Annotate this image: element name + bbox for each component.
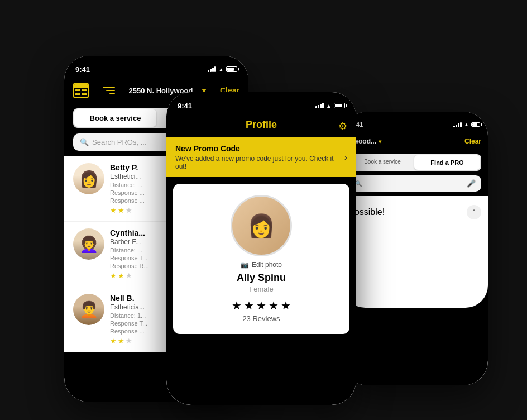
- search-placeholder: Search PROs, ...: [92, 138, 147, 146]
- phone-right-screen: 9:41 ▲ ywood... ▾ Clear: [343, 112, 488, 385]
- search-bar[interactable]: 🔍 🎤: [349, 175, 481, 192]
- battery-icon: [334, 103, 345, 108]
- chevron-down-icon: ▾: [379, 139, 381, 145]
- signal-bars-icon: [453, 122, 462, 127]
- mic-icon: 🎤: [467, 179, 476, 188]
- pro-name: Betty P.: [110, 163, 138, 172]
- profile-reviews: 23 Reviews: [242, 314, 280, 323]
- profile-gender: Female: [249, 285, 273, 293]
- star-1-icon: ★: [110, 206, 117, 214]
- profile-stars: ★ ★ ★ ★ ★: [232, 299, 291, 312]
- star-2-icon: ★: [118, 337, 124, 345]
- chevron-up-icon[interactable]: ⌃: [467, 205, 481, 219]
- phone-center-screen: 9:41 ▲ Profile ⚙ New Promo C: [166, 92, 356, 405]
- wifi-icon: ▲: [218, 66, 224, 73]
- phone-center-time: 9:41: [178, 102, 192, 110]
- profile-title: Profile: [246, 119, 277, 131]
- star-3-icon: ★: [126, 337, 132, 345]
- promo-content: New Promo Code We've added a new promo c…: [175, 144, 344, 170]
- star-1-icon: ★: [232, 299, 242, 312]
- phone-left-notch: [123, 56, 190, 71]
- phone-left-time: 9:41: [75, 65, 90, 74]
- clear-button[interactable]: Clear: [464, 137, 481, 145]
- star-2-icon: ★: [244, 299, 254, 312]
- battery-fill: [472, 123, 477, 126]
- pro-name: Nell B.: [110, 294, 135, 303]
- phone-right: 9:41 ▲ ywood... ▾ Clear: [343, 112, 488, 385]
- battery-icon: [471, 122, 480, 127]
- phone-right-bottom: possible! ⌃: [343, 196, 488, 228]
- phone-center-notch: [228, 92, 295, 108]
- star-1-icon: ★: [110, 271, 117, 280]
- wifi-icon: ▲: [326, 103, 332, 109]
- phone-right-content: possible! ⌃: [343, 196, 488, 308]
- phone-right-status-icons: ▲: [453, 122, 480, 127]
- star-4-icon: ★: [269, 299, 279, 312]
- profile-photo: 👩: [231, 195, 292, 256]
- battery-fill: [335, 104, 342, 107]
- star-3-icon: ★: [126, 271, 132, 280]
- signal-bars-icon: [315, 103, 324, 108]
- calendar-icon: [73, 83, 89, 98]
- phone-right-notch: [390, 112, 440, 125]
- phone-left-status-icons: ▲: [208, 66, 237, 73]
- find-pro-tab[interactable]: Find a PRO: [414, 155, 480, 170]
- filter-icon[interactable]: [103, 86, 115, 95]
- profile-title-bar: Profile ⚙: [166, 114, 356, 137]
- chevron-right-icon: ›: [344, 152, 347, 163]
- camera-icon: 📷: [241, 261, 249, 269]
- avatar: 👩‍🦱: [73, 228, 104, 260]
- pro-name: Cynthia...: [110, 228, 145, 237]
- star-3-icon: ★: [256, 299, 266, 312]
- profile-card: 👩 📷 Edit photo Ally Spinu Female ★ ★ ★ ★…: [173, 184, 349, 334]
- phone-center: 9:41 ▲ Profile ⚙ New Promo C: [166, 92, 356, 405]
- star-1-icon: ★: [110, 337, 117, 345]
- edit-photo-button[interactable]: 📷 Edit photo: [241, 261, 282, 269]
- cal-top: [74, 84, 88, 88]
- star-2-icon: ★: [118, 271, 124, 280]
- profile-name: Ally Spinu: [237, 272, 286, 284]
- promo-banner[interactable]: New Promo Code We've added a new promo c…: [166, 137, 356, 177]
- avatar: 🧑‍🦱: [73, 294, 104, 325]
- gear-icon[interactable]: ⚙: [338, 120, 347, 132]
- phone-right-segment: Book a service Find a PRO: [349, 154, 481, 171]
- star-2-icon: ★: [118, 206, 124, 214]
- book-service-tab[interactable]: Book a service: [351, 155, 414, 170]
- search-icon: 🔍: [80, 138, 89, 146]
- edit-photo-label: Edit photo: [252, 261, 282, 269]
- book-service-tab[interactable]: Book a service: [74, 109, 156, 127]
- cal-grid: [74, 88, 88, 97]
- star-5-icon: ★: [281, 299, 291, 312]
- battery-fill: [227, 68, 234, 71]
- wifi-icon: ▲: [464, 122, 469, 127]
- phone-center-status-icons: ▲: [315, 103, 345, 109]
- battery-icon: [226, 66, 237, 72]
- signal-bars-icon: [208, 66, 216, 72]
- star-3-icon: ★: [126, 206, 132, 214]
- promo-description: We've added a new promo code just for yo…: [175, 155, 344, 170]
- profile-avatar-image: 👩: [247, 213, 275, 239]
- promo-title: New Promo Code: [175, 144, 344, 153]
- phone-right-header: ywood... ▾ Clear: [343, 134, 488, 150]
- avatar: 👩: [73, 163, 104, 194]
